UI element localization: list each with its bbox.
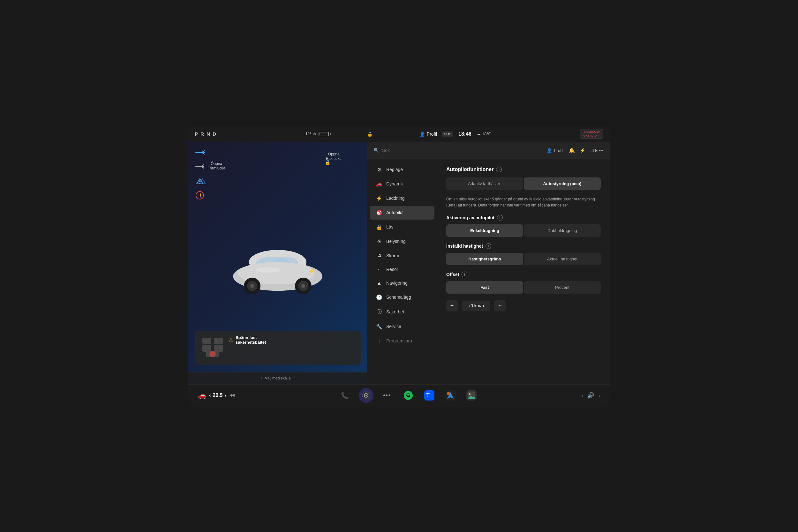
speed-info-icon[interactable]: i xyxy=(486,243,491,249)
menu-item-skarm[interactable]: 🖥 Skärm xyxy=(369,249,434,262)
btn-current-speed[interactable]: Aktuell hastighet xyxy=(524,253,601,265)
profile-label: Profil xyxy=(427,132,437,137)
mode-icon-1 xyxy=(230,394,235,397)
search-input-area[interactable]: 🔍 Sök xyxy=(374,148,390,153)
camera-svg xyxy=(362,391,370,400)
btn-double[interactable]: Dubbeldragning xyxy=(524,224,601,237)
menu-item-sakerhet[interactable]: ⓘ Säkerhet xyxy=(369,305,434,319)
las-icon: 🔒 xyxy=(376,224,382,230)
menu-item-service[interactable]: 🔧 Service xyxy=(369,320,434,334)
speed-prev-arrow[interactable]: ‹ xyxy=(209,393,211,398)
speed-control: − +0 km/h + xyxy=(446,300,601,311)
autopilot-description: Om en miss Autopilot sker 5 gånger på gr… xyxy=(446,196,601,208)
autopilot-info-icon[interactable]: i xyxy=(496,167,502,172)
signal-icon: LTE ▪▪▪ xyxy=(590,148,603,153)
top-bar: P R N D 1% ❄ 🔒 👤 Profil SOS xyxy=(188,126,610,142)
right-panel: 🔍 Sök 👤 Profil 🔔 ⚡ LTE ▪▪▪ xyxy=(367,142,610,384)
menu-item-autopilot[interactable]: 🎯 Autopilot xyxy=(369,206,434,220)
airbag-line1: PASSENGER xyxy=(583,130,601,134)
sos-badge: SOS xyxy=(442,132,453,137)
taskbar-maps[interactable] xyxy=(443,388,458,403)
reglage-label: Reglage xyxy=(386,167,403,172)
svg-text:T: T xyxy=(426,392,430,399)
open-back-label[interactable]: ÖppnaBaklucka xyxy=(326,152,342,161)
menu-item-resor[interactable]: 〰 Resor xyxy=(369,263,434,276)
profile-button[interactable]: 👤 Profil xyxy=(419,132,437,137)
n-indicator: N xyxy=(207,131,211,137)
notif-text: Spänn fastsäkerhetsbältet xyxy=(235,335,266,345)
menu-item-schemalag[interactable]: 🕐 Schemalägg xyxy=(369,290,434,304)
speed-next-arrow[interactable]: › xyxy=(224,393,226,398)
schemalag-label: Schemalägg xyxy=(386,294,411,300)
menu-item-reglage[interactable]: ⚙ Reglage xyxy=(369,163,434,176)
taskbar-phone[interactable]: 📞 xyxy=(338,388,353,403)
volume-prev-icon[interactable]: ‹ xyxy=(581,392,584,399)
media-arrow: ↑ xyxy=(293,376,295,380)
more-icon: ••• xyxy=(383,392,391,399)
main-area: A 🚶 ÖppnaFramlucka ÖppnaBaklucka 🔓 xyxy=(188,142,610,384)
speed-text: Inställd hastighet xyxy=(446,244,483,249)
media-bar[interactable]: ♪ Välj mediekälla ↑ xyxy=(188,372,367,384)
sakerhet-label: Säkerhet xyxy=(386,309,404,315)
volume-icon[interactable]: 🔊 xyxy=(587,392,594,399)
taskbar-camera[interactable] xyxy=(359,388,374,403)
settings-panel: Autopilotfunktioner i Adaptiv farthållar… xyxy=(437,159,610,384)
menu-item-belysning[interactable]: ☀ Belysning xyxy=(369,234,434,248)
activation-info-icon[interactable]: i xyxy=(497,215,503,221)
taskbar-left: 🚗 ‹ 20.5 › xyxy=(198,391,235,400)
notif-content: ⚠ Spänn fastsäkerhetsbältet xyxy=(229,335,266,346)
menu-item-navigering[interactable]: ▲ Navigering xyxy=(369,277,434,290)
main-screen: P R N D 1% ❄ 🔒 👤 Profil SOS xyxy=(188,126,610,406)
offset-text: Offset xyxy=(446,272,459,277)
btn-percent[interactable]: Procent xyxy=(524,281,601,293)
btn-autosteering[interactable]: Autostyrning (beta) xyxy=(524,177,601,190)
taskbar-gallery[interactable] xyxy=(464,388,479,403)
open-front-text: ÖppnaFramlucka xyxy=(208,162,225,170)
btn-adaptive[interactable]: Adaptiv farthållare xyxy=(446,177,523,190)
battery-percent: 1% xyxy=(305,132,311,136)
menu-item-programvara[interactable]: ↓ Programvara xyxy=(369,334,434,347)
btn-fast[interactable]: Fast xyxy=(446,281,523,293)
search-icon: 🔍 xyxy=(374,148,379,153)
svg-rect-29 xyxy=(202,345,211,352)
menu-item-laddning[interactable]: ⚡ Laddning xyxy=(369,191,434,205)
menu-item-dynamik[interactable]: 🚗 Dynamik xyxy=(369,177,434,191)
btn-speed-limit[interactable]: Hastighetsgräns xyxy=(446,253,523,265)
taskbar-app1[interactable]: T xyxy=(422,388,437,403)
profile-item[interactable]: 👤 Profil xyxy=(547,148,564,153)
btn-single[interactable]: Enkeldragning xyxy=(446,224,523,237)
profile-user-icon: 👤 xyxy=(547,148,552,153)
laddning-icon: ⚡ xyxy=(376,195,382,202)
music-note-icon: ♪ xyxy=(261,376,262,380)
car-svg: ⚡ xyxy=(227,224,329,300)
battery-fill xyxy=(320,133,320,135)
volume-next-icon[interactable]: › xyxy=(598,392,600,399)
autopilot-icon: 🎯 xyxy=(376,210,382,216)
svg-point-40 xyxy=(365,395,367,396)
battery-tip xyxy=(330,133,331,135)
open-front-label[interactable]: ÖppnaFramlucka xyxy=(208,162,225,170)
p-indicator: P xyxy=(195,131,198,137)
warning-icon: ⚠ xyxy=(229,337,233,343)
taskbar-spotify[interactable] xyxy=(401,388,416,403)
sakerhet-icon: ⓘ xyxy=(376,309,382,315)
speed-minus-button[interactable]: − xyxy=(446,300,458,311)
bluetooth-icon[interactable]: ⚡ xyxy=(580,148,585,153)
speed-plus-button[interactable]: + xyxy=(494,300,506,311)
service-label: Service xyxy=(386,324,401,329)
autopilot-function-group: Adaptiv farthållare Autostyrning (beta) xyxy=(446,177,601,190)
svg-rect-31 xyxy=(214,345,223,352)
offset-info-icon[interactable]: i xyxy=(461,271,467,277)
programvara-label: Programvara xyxy=(386,338,412,343)
top-bar-left: P R N D xyxy=(195,131,217,137)
drive-mode-icons xyxy=(230,394,235,397)
search-right-icons: 👤 Profil 🔔 ⚡ LTE ▪▪▪ xyxy=(547,148,603,153)
menu-panel: ⚙ Reglage 🚗 Dynamik ⚡ Laddning 🎯 Autopil… xyxy=(367,159,437,384)
menu-item-las[interactable]: 🔒 Lås xyxy=(369,220,434,234)
taskbar-more[interactable]: ••• xyxy=(380,388,395,403)
taskbar-right: ‹ 🔊 › xyxy=(581,392,600,399)
r-indicator: R xyxy=(201,131,205,137)
taskbar-center: 📞 ••• xyxy=(338,388,479,403)
notification-bell-icon[interactable]: 🔔 xyxy=(569,148,575,153)
taskbar-car-icon[interactable]: 🚗 xyxy=(198,391,207,400)
